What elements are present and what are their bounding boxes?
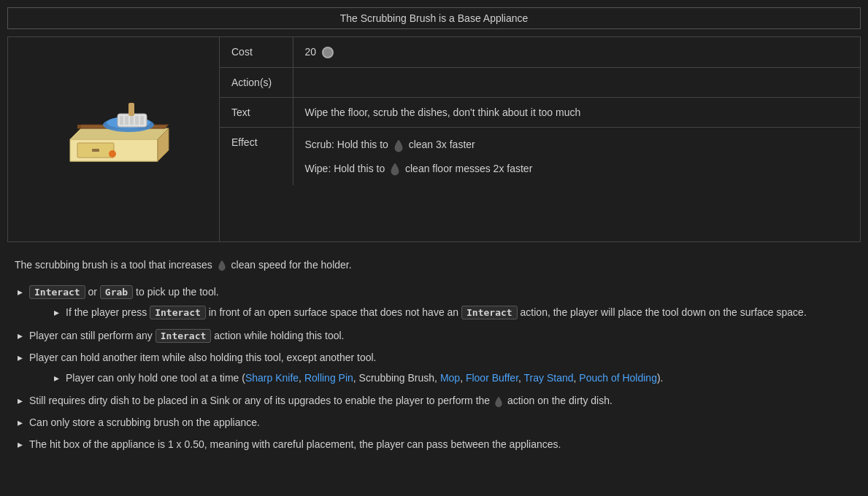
description-area: The scrubbing brush is a tool that incre… <box>7 254 861 468</box>
drop-icon-scrub <box>393 139 404 152</box>
bullet-list: Interact or Grab to pick up the tool. If… <box>15 282 853 455</box>
pick-up-text: to pick up the tool. <box>136 286 219 298</box>
actions-label: Action(s) <box>220 68 293 98</box>
drop-icon-main <box>218 260 226 271</box>
comma-4: , <box>518 372 524 384</box>
effect-value: Scrub: Hold this to clean 3x faster Wipe… <box>293 128 860 185</box>
main-description: The scrubbing brush is a tool that incre… <box>15 257 853 273</box>
effect-scrub-line: Scrub: Hold this to clean 3x faster <box>305 136 849 152</box>
one-tool-text: Player can only hold one tool at a time … <box>66 372 245 384</box>
effect-label: Effect <box>220 128 293 185</box>
svg-rect-4 <box>92 149 99 152</box>
actions-value <box>293 68 860 98</box>
actions-row: Action(s) <box>220 68 860 98</box>
interact-tag-sub2: Interact <box>461 306 518 319</box>
hold-item-text: Player can hold another item while also … <box>29 352 377 363</box>
hitbox-text: The hit box of the appliance is 1 x 0.50… <box>29 438 561 450</box>
sub-list-3: Player can only hold one tool at a time … <box>29 368 853 389</box>
svg-rect-11 <box>120 116 123 125</box>
page-title: The Scrubbing Brush is a Base Appliance <box>340 12 529 24</box>
link-pouch-of-holding[interactable]: Pouch of Holding <box>579 372 657 384</box>
effect-scrub-suffix: clean 3x faster <box>409 139 475 150</box>
store-text: Can only store a scrubbing brush on the … <box>29 416 260 428</box>
cost-row: Cost 20 <box>220 37 860 68</box>
svg-rect-13 <box>130 116 134 125</box>
main-desc-suffix: clean speed for the holder. <box>231 259 352 271</box>
drop-icon-bullet4 <box>494 396 503 408</box>
effect-wipe-line: Wipe: Hold this to clean floor messes 2x… <box>305 160 849 177</box>
svg-rect-7 <box>77 125 81 128</box>
cost-value: 20 <box>293 37 860 68</box>
or-text: or <box>88 286 100 298</box>
comma-3: , <box>460 372 466 384</box>
comma-1: , <box>299 372 304 384</box>
effect-row: Effect Scrub: Hold this to clean 3x fast… <box>220 128 860 185</box>
paren-close: ). <box>657 372 664 384</box>
grab-tag: Grab <box>100 285 133 299</box>
dirty-dish-suffix: action on the dirty dish. <box>507 395 612 406</box>
sub-bullet-one-tool: Player can only hold one tool at a time … <box>51 368 853 389</box>
bullet-store: Can only store a scrubbing brush on the … <box>15 412 853 434</box>
cost-label: Cost <box>220 37 293 68</box>
bullet-dirty-dish: Still requires dirty dish to be placed i… <box>15 390 853 412</box>
effect-wipe-suffix: clean floor messes 2x faster <box>405 163 532 174</box>
svg-rect-16 <box>128 103 134 116</box>
comma-2: , <box>353 372 359 384</box>
link-tray-stand[interactable]: Tray Stand <box>524 372 574 384</box>
sub-list-1: If the player press Interact in front of… <box>29 303 853 323</box>
coin-icon <box>322 47 334 58</box>
appliance-image <box>55 81 172 198</box>
text-value: Wipe the floor, scrub the dishes, don't … <box>293 98 860 128</box>
scrubbing-brush-text: Scrubbing Brush, <box>359 372 440 384</box>
main-desc-text: The scrubbing brush is a tool that incre… <box>15 259 212 271</box>
svg-rect-15 <box>140 116 144 125</box>
action-while-text: action while holding this tool. <box>214 330 344 341</box>
dirty-dish-text: Still requires dirty dish to be placed i… <box>29 395 493 406</box>
text-label: Text <box>220 98 293 128</box>
table-section: Cost 20 Action(s) Text Wipe the floor, s… <box>220 37 860 241</box>
bullet-still-perform: Player can still perform any Interact ac… <box>15 325 853 347</box>
sub-bullet-press: If the player press Interact in front of… <box>51 303 853 323</box>
link-floor-buffer[interactable]: Floor Buffer <box>466 372 518 384</box>
effect-scrub-text: Scrub: Hold this to <box>305 139 388 150</box>
svg-rect-14 <box>135 116 139 125</box>
link-rolling-pin[interactable]: Rolling Pin <box>304 372 353 384</box>
link-sharp-knife[interactable]: Sharp Knife <box>245 372 299 384</box>
svg-rect-12 <box>125 116 128 125</box>
info-container: Cost 20 Action(s) Text Wipe the floor, s… <box>7 36 861 242</box>
page-wrapper: The Scrubbing Brush is a Base Appliance <box>0 0 868 482</box>
if-player-text: If the player press <box>66 306 150 318</box>
title-bar: The Scrubbing Brush is a Base Appliance <box>7 7 861 29</box>
image-section <box>8 37 220 241</box>
interact-tag-2: Interact <box>155 329 212 343</box>
bullet-interact-grab: Interact or Grab to pick up the tool. If… <box>15 282 853 325</box>
svg-point-5 <box>109 150 116 158</box>
effect-wipe-text: Wipe: Hold this to <box>305 163 385 174</box>
cost-number: 20 <box>305 46 317 58</box>
interact-tag-sub1: Interact <box>150 306 206 319</box>
bullet-hitbox: The hit box of the appliance is 1 x 0.50… <box>15 434 853 456</box>
drop-icon-wipe <box>390 163 400 176</box>
text-row: Text Wipe the floor, scrub the dishes, d… <box>220 98 860 128</box>
in-front-text: in front of an open surface space that d… <box>209 306 461 318</box>
action-place-text: action, the player will place the tool d… <box>521 306 807 318</box>
info-table: Cost 20 Action(s) Text Wipe the floor, s… <box>220 37 860 185</box>
interact-tag-1: Interact <box>29 285 85 299</box>
player-can-still-text: Player can still perform any <box>29 330 155 341</box>
bullet-hold-item: Player can hold another item while also … <box>15 347 853 391</box>
link-mop[interactable]: Mop <box>440 372 460 384</box>
